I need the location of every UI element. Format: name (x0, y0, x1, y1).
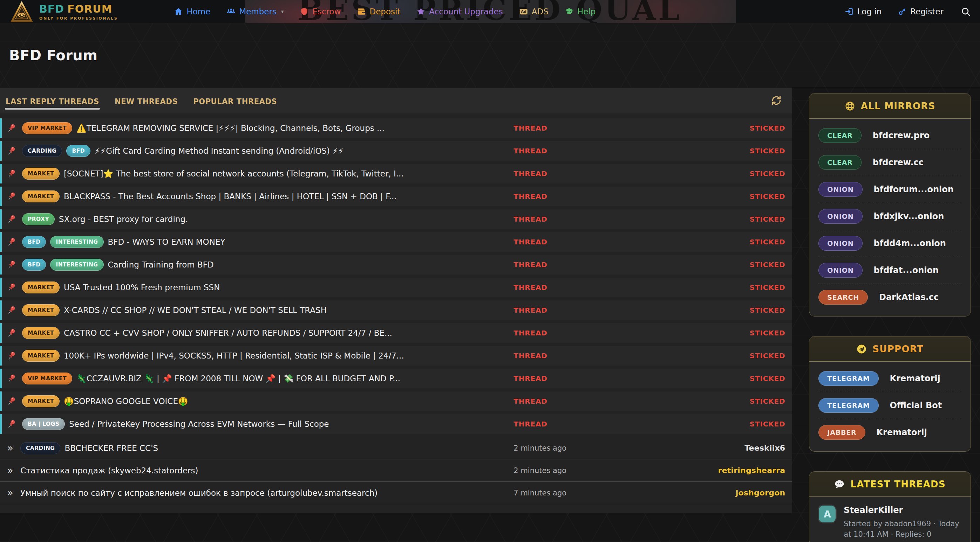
mirror-item-darkatlas-cc[interactable]: SEARCH DarkAtlas.cc (818, 284, 961, 311)
support-item-krematorij[interactable]: JABBER Krematorij (818, 419, 961, 446)
thread-row[interactable]: VIP MARKET ⚠️TELEGRAM REMOVING SERVICE |… (0, 118, 792, 138)
mirror-item-bfdforum-onion[interactable]: ONION bfdforum...onion (818, 176, 961, 203)
thread-row[interactable]: MARKET USA Trusted 100% Fresh premium SS… (0, 278, 792, 297)
brand-logo-link[interactable]: BFDFORUM ONLY FOR PROFESSIONALS (9, 1, 118, 22)
thread-badge-carding[interactable]: CARDING (20, 442, 60, 454)
double-chevron-icon: » (0, 487, 20, 499)
thread-badge-vip-market[interactable]: VIP MARKET (22, 122, 72, 134)
tab-last-reply-threads[interactable]: LAST REPLY THREADS (5, 89, 100, 112)
pin-icon (2, 259, 22, 270)
thread-badge-market[interactable]: MARKET (22, 350, 60, 362)
mirror-item-bfdd4m-onion[interactable]: ONION bfdd4m...onion (818, 230, 961, 257)
thread-title[interactable]: 🤑SOPRANO GOOGLE VOICE🤑 (64, 397, 514, 406)
thread-badge-bfd[interactable]: BFD (22, 236, 46, 248)
nav-item-help[interactable]: Help (565, 7, 595, 16)
thread-badge-interesting[interactable]: INTERESTING (50, 259, 103, 271)
thread-row[interactable]: » Умный поиск по сайту с исправлением ош… (0, 482, 792, 504)
thread-row[interactable]: BA | LOGS Seed / PrivateKey Processing A… (0, 414, 792, 434)
thread-row[interactable]: MARKET 100K+ IPs worldwide | IPv4, SOCKS… (0, 346, 792, 366)
nav-item-account-upgrades[interactable]: Account Upgrades (417, 7, 503, 16)
thread-title[interactable]: BLACKPASS - The Best Accounts Shop | BAN… (64, 192, 514, 201)
support-item-official-bot[interactable]: TELEGRAM Official Bot (818, 392, 961, 419)
search-icon[interactable] (960, 6, 971, 17)
thread-badge-market[interactable]: MARKET (22, 168, 60, 180)
mirror-label[interactable]: bfdforum...onion (874, 184, 954, 194)
thread-title[interactable]: 100K+ IPs worldwide | IPv4, SOCKS5, HTTP… (64, 351, 514, 360)
mirror-label[interactable]: bfdfat...onion (874, 265, 939, 275)
thread-badge-market[interactable]: MARKET (22, 190, 60, 202)
latest-thread-item[interactable]: A StealerKiller Started by abadon1969 · … (809, 497, 970, 542)
thread-title[interactable]: BBCHECKER FREE CC'S (65, 444, 514, 453)
mirror-item-bfdcrew-pro[interactable]: CLEAR bfdcrew.pro (818, 122, 961, 149)
nav-item-ads[interactable]: Ad ADS (519, 7, 549, 16)
thread-user[interactable]: joshgorgon (710, 488, 785, 497)
nav-item-escrow[interactable]: Escrow (300, 7, 341, 16)
nav-item-members[interactable]: Members ▾ (226, 7, 283, 16)
support-label[interactable]: Official Bot (890, 401, 942, 410)
nav-item-log-in[interactable]: Log in (845, 7, 881, 16)
thread-title[interactable]: Умный поиск по сайту с исправлением ошиб… (20, 488, 514, 498)
nav-item-register[interactable]: Register (897, 7, 943, 16)
thread-row[interactable]: » CARDING BBCHECKER FREE CC'S 2 minutes … (0, 437, 792, 460)
mirror-label[interactable]: bfdcrew.cc (873, 158, 924, 167)
tab-popular-threads[interactable]: POPULAR THREADS (192, 89, 278, 112)
thread-status-label: STICKED (710, 192, 785, 201)
thread-title[interactable]: USA Trusted 100% Fresh premium SSN (64, 283, 514, 292)
thread-row[interactable]: MARKET BLACKPASS - The Best Accounts Sho… (0, 187, 792, 206)
thread-title[interactable]: SX.org - BEST proxy for carding. (59, 215, 514, 224)
latest-threads-list: A StealerKiller Started by abadon1969 · … (809, 497, 970, 542)
thread-badge-market[interactable]: MARKET (22, 327, 60, 339)
thread-badge-vip-market[interactable]: VIP MARKET (22, 372, 72, 384)
thread-row[interactable]: BFDINTERESTING BFD - WAYS TO EARN MONEY … (0, 232, 792, 252)
thread-badge-bfd[interactable]: BFD (22, 259, 46, 271)
thread-title[interactable]: [SOCNET]⭐ The best store of social netwo… (64, 169, 514, 179)
thread-user[interactable]: retiringshearra (710, 466, 785, 475)
thread-title[interactable]: ⚡⚡Gift Card Carding Method Instant sendi… (95, 146, 514, 155)
thread-user[interactable]: Teeskiix6 (710, 444, 785, 452)
thread-badge-proxy[interactable]: PROXY (22, 213, 55, 225)
thread-badge-ba-logs[interactable]: BA | LOGS (22, 418, 65, 430)
support-label[interactable]: Krematorij (877, 428, 927, 437)
thread-title[interactable]: X-CARDS // CC SHOP // WE DON'T STEAL / W… (64, 306, 514, 315)
thread-badge-market[interactable]: MARKET (22, 304, 60, 316)
mirror-label[interactable]: bfdcrew.pro (873, 131, 929, 140)
mirror-badge-clear: CLEAR (818, 155, 861, 170)
mirror-item-bfdxjkv-onion[interactable]: ONION bfdxjkv...onion (818, 203, 961, 230)
mirror-label[interactable]: bfdxjkv...onion (874, 211, 944, 221)
thread-row[interactable]: PROXY SX.org - BEST proxy for carding. T… (0, 209, 792, 229)
thread-status-label: STICKED (710, 374, 785, 383)
thread-title[interactable]: Carding Training from BFD (108, 260, 514, 269)
thread-title[interactable]: ⚠️TELEGRAM REMOVING SERVICE |⚡⚡⚡| Blocki… (76, 124, 514, 133)
thread-title[interactable]: BFD - WAYS TO EARN MONEY (108, 238, 514, 247)
sidebar: ALL MIRRORS CLEAR bfdcrew.pro CLEAR bfdc… (809, 87, 971, 542)
support-item-krematorij[interactable]: TELEGRAM Krematorij (818, 365, 961, 392)
thread-row[interactable]: MARKET [SOCNET]⭐ The best store of socia… (0, 164, 792, 184)
latest-thread-name[interactable]: StealerKiller (844, 505, 959, 515)
thread-row[interactable]: VIP MARKET 🦎CCZAUVR.BIZ 🦎 | 📌 FROM 2008 … (0, 369, 792, 388)
thread-badge-market[interactable]: MARKET (22, 282, 60, 293)
thread-badge-market[interactable]: MARKET (22, 395, 60, 407)
nav-item-home[interactable]: Home (174, 7, 210, 16)
avatar: A (818, 504, 837, 523)
mirror-label[interactable]: DarkAtlas.cc (879, 292, 939, 302)
thread-title[interactable]: Seed / PrivateKey Processing Across EVM … (69, 420, 514, 429)
thread-row[interactable]: MARKET X-CARDS // CC SHOP // WE DON'T ST… (0, 300, 792, 320)
support-label[interactable]: Krematorij (890, 374, 940, 384)
thread-title[interactable]: CASTRO CC + CVV SHOP / ONLY SNIFFER / AU… (64, 328, 514, 338)
thread-badge-bfd[interactable]: BFD (66, 145, 90, 157)
thread-title[interactable]: Статистика продаж (skyweb24.statorders) (20, 466, 514, 475)
mirror-item-bfdcrew-cc[interactable]: CLEAR bfdcrew.cc (818, 149, 961, 176)
thread-row[interactable]: » Статистика продаж (skyweb24.statorders… (0, 460, 792, 482)
tab-new-threads[interactable]: NEW THREADS (114, 89, 178, 112)
thread-row[interactable]: CARDINGBFD ⚡⚡Gift Card Carding Method In… (0, 141, 792, 161)
nav-item-deposit[interactable]: Deposit (357, 7, 400, 16)
thread-row[interactable]: MARKET 🤑SOPRANO GOOGLE VOICE🤑 THREAD STI… (0, 391, 792, 411)
thread-row[interactable]: BFDINTERESTING Carding Training from BFD… (0, 255, 792, 274)
thread-badge-carding[interactable]: CARDING (22, 145, 62, 157)
thread-title[interactable]: 🦎CCZAUVR.BIZ 🦎 | 📌 FROM 2008 TILL NOW 📌 … (76, 374, 514, 384)
mirror-item-bfdfat-onion[interactable]: ONION bfdfat...onion (818, 257, 961, 284)
thread-badge-interesting[interactable]: INTERESTING (50, 236, 103, 248)
thread-row[interactable]: MARKET CASTRO CC + CVV SHOP / ONLY SNIFF… (0, 323, 792, 343)
mirror-label[interactable]: bfdd4m...onion (874, 238, 946, 248)
refresh-icon[interactable] (770, 95, 782, 106)
